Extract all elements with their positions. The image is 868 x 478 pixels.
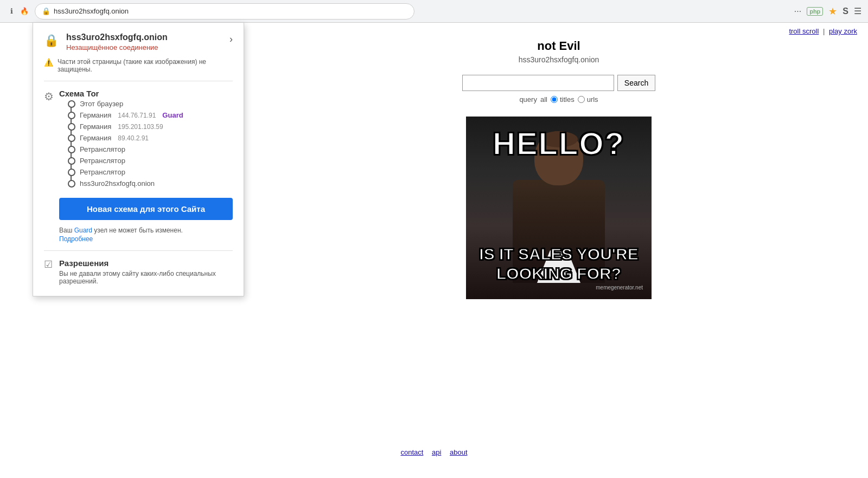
warning-icon: ⚠️ [44, 58, 53, 67]
php-badge: php [807, 7, 823, 16]
node-ip-2: 195.201.103.59 [118, 123, 163, 131]
panel-warning: ⚠️ Части этой страницы (такие как изобра… [44, 58, 233, 73]
node-dot-7 [68, 180, 75, 188]
meme-container: HELLO? IS IT SALES YOU'RE LOOKING FOR? m… [466, 117, 652, 299]
bookmark-icon[interactable]: ★ [828, 5, 837, 17]
info-icon[interactable]: ℹ [7, 7, 16, 16]
warning-text: Части этой страницы (такие как изображен… [58, 58, 233, 73]
panel-header: 🔒 hss3uro2hsxfogfq.onion Незащищённое со… [44, 33, 233, 51]
top-right-sep: | [823, 27, 825, 35]
node-label-4: Ретранслятор [80, 145, 125, 153]
node-ip-1: 144.76.71.91 [118, 112, 156, 119]
address-text: hss3uro2hsxfogfq.onion [54, 7, 129, 15]
node-dot-1 [68, 112, 75, 119]
troll-scroll-link[interactable]: troll scroll [789, 27, 819, 35]
node-label-6: Ретранслятор [80, 168, 125, 176]
tor-node-7: hss3uro2hsxfogfq.onion [68, 178, 233, 189]
divider2 [44, 250, 233, 251]
node-label-5: Ретранслятор [80, 157, 125, 165]
tor-section: ⚙ Схема Tor Этот браузер Германия 144.76… [44, 89, 233, 243]
guard-note: Ваш Guard узел не может быть изменен. [59, 227, 233, 234]
panel-domain: hss3uro2hsxfogfq.onion [66, 33, 168, 42]
node-dot-5 [68, 157, 75, 165]
tor-node-0: Этот браузер [68, 98, 233, 109]
query-label: query [519, 95, 537, 104]
lock-icon: 🔒 [42, 7, 50, 15]
play-zork-link[interactable]: play zork [829, 27, 857, 35]
menu-icon[interactable]: ☰ [854, 6, 861, 16]
api-link[interactable]: api [432, 448, 441, 456]
permissions-desc: Вы не давали этому сайту каких-либо спец… [59, 270, 233, 285]
node-label-3: Германия [80, 134, 111, 142]
node-label-2: Германия [80, 122, 111, 131]
more-link[interactable]: Подробнее [59, 235, 233, 243]
address-bar[interactable]: 🔒 hss3uro2hsxfogfq.onion [35, 3, 414, 20]
browser-bar: ℹ 🔥 🔒 hss3uro2hsxfogfq.onion ··· php ★ S… [0, 0, 868, 23]
search-form: Search [462, 75, 655, 91]
all-label: all [540, 95, 547, 104]
tor-chain: Этот браузер Германия 144.76.71.91 Guard… [68, 98, 233, 189]
site-domain: hss3uro2hsxfogfq.onion [519, 55, 599, 64]
browser-nav-icons: ℹ 🔥 [7, 7, 29, 16]
meme-image: HELLO? IS IT SALES YOU'RE LOOKING FOR? m… [466, 117, 652, 299]
urls-radio-label[interactable]: urls [578, 95, 598, 104]
titles-radio[interactable] [551, 96, 558, 103]
guard-note-text2: узел не может быть изменен. [94, 227, 183, 234]
search-button[interactable]: Search [617, 75, 655, 91]
meme-watermark: memegenerator.net [475, 285, 643, 290]
contact-link[interactable]: contact [400, 448, 423, 456]
node-label-7: hss3uro2hsxfogfq.onion [80, 179, 155, 188]
search-options: query all titles urls [519, 95, 598, 104]
node-label-0: Этот браузер [80, 100, 123, 108]
panel-chevron-icon[interactable]: › [229, 34, 233, 45]
node-dot-0 [68, 100, 75, 108]
tor-icon: ⚙ [44, 90, 54, 103]
tor-node-4: Ретранслятор [68, 144, 233, 155]
panel-lock-icon: 🔒 [44, 34, 59, 48]
urls-radio[interactable] [578, 96, 585, 103]
meme-top-text: HELLO? [475, 125, 643, 162]
node-dot-4 [68, 146, 75, 153]
tor-node-6: Ретранслятор [68, 166, 233, 178]
tor-node-5: Ретранслятор [68, 155, 233, 166]
urls-label: urls [587, 95, 598, 104]
node-label-1: Германия [80, 111, 111, 119]
node-guard-1: Guard [162, 111, 183, 119]
permissions-title: Разрешения [59, 259, 233, 268]
flame-icon[interactable]: 🔥 [20, 7, 29, 16]
browser-right-icons: ··· php ★ S ☰ [794, 5, 861, 17]
about-link[interactable]: about [450, 448, 468, 456]
node-dot-2 [68, 123, 75, 131]
search-input[interactable] [462, 75, 614, 91]
new-circuit-button[interactable]: Новая схема для этого Сайта [59, 198, 233, 220]
sync-icon[interactable]: S [843, 7, 848, 16]
footer-links: contact api about [400, 448, 467, 456]
more-icon[interactable]: ··· [794, 7, 801, 16]
node-dot-3 [68, 134, 75, 142]
permissions-icon: ☑ [44, 259, 53, 270]
guard-link[interactable]: Guard [74, 227, 92, 234]
guard-note-text1: Ваш [59, 227, 72, 234]
titles-label: titles [560, 95, 575, 104]
top-right-links: troll scroll | play zork [789, 27, 857, 35]
tor-node-2: Германия 195.201.103.59 [68, 121, 233, 132]
main-content: not Evil hss3uro2hsxfogfq.onion Search q… [250, 23, 868, 456]
divider1 [44, 81, 233, 81]
panel-subtitle: Незащищённое соединение [66, 43, 168, 51]
node-dot-6 [68, 169, 75, 176]
tor-node-3: Германия 89.40.2.91 [68, 132, 233, 144]
site-title: not Evil [537, 39, 580, 53]
node-ip-3: 89.40.2.91 [118, 134, 149, 142]
permissions-section: ☑ Разрешения Вы не давали этому сайту ка… [44, 259, 233, 285]
tor-title: Схема Tor [59, 89, 233, 98]
security-panel: 🔒 hss3uro2hsxfogfq.onion Незащищённое со… [33, 23, 244, 296]
tor-node-1: Германия 144.76.71.91 Guard [68, 109, 233, 121]
titles-radio-label[interactable]: titles [551, 95, 575, 104]
meme-bottom-text: IS IT SALES YOU'RE LOOKING FOR? [475, 244, 643, 283]
